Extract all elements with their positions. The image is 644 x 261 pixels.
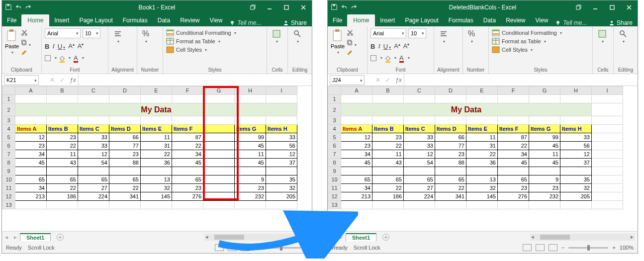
formula-input[interactable] [78,74,312,86]
maximize-button[interactable] [604,0,621,14]
undo-icon[interactable] [341,3,348,12]
grow-font-button[interactable]: A▴ [68,42,75,50]
cell[interactable]: 65 [172,175,203,184]
cell[interactable]: 45 [235,142,266,150]
row-header-4[interactable]: 4 [328,125,341,133]
cell[interactable] [141,95,172,103]
cell[interactable] [203,184,235,192]
font-name-select[interactable]: Arial [370,28,406,38]
page-break-view-icon[interactable] [241,244,250,251]
page-layout-view-icon[interactable] [228,244,237,251]
tab-nav-right-icon[interactable]: ▸ [11,234,20,241]
row-header-2[interactable]: 2 [328,103,341,116]
row-header-5[interactable]: 5 [328,133,341,142]
share-button[interactable]: Share [278,19,312,26]
cell[interactable]: 65 [109,175,141,184]
cell[interactable]: 276 [172,192,203,201]
cell[interactable] [592,125,623,133]
cell[interactable]: 22 [172,142,203,150]
cell[interactable] [341,116,372,125]
cell[interactable] [203,201,235,209]
zoom-in-button[interactable]: + [612,245,615,251]
cell[interactable] [529,201,560,209]
tab-nav-left-icon[interactable]: ◂ [2,234,11,241]
cell[interactable] [78,201,109,209]
cell[interactable] [235,201,266,209]
cell[interactable] [372,95,404,103]
fx-icon[interactable]: ƒx [70,77,76,84]
header-cell[interactable]: Items E [466,125,498,133]
cell[interactable] [372,167,404,175]
cell[interactable]: 99 [529,133,560,142]
new-sheet-button[interactable]: + [57,234,64,241]
zoom-slider[interactable] [568,247,608,249]
cell[interactable]: 32 [266,184,297,192]
cell[interactable] [47,201,78,209]
zoom-out-button[interactable]: − [254,245,257,251]
cell[interactable]: 36 [466,159,498,167]
header-cell[interactable]: Items E [141,125,172,133]
cell[interactable]: 23 [172,184,203,192]
cell[interactable]: 34 [15,184,47,192]
column-header-H[interactable]: H [560,87,592,95]
cell[interactable]: 145 [466,192,498,201]
cell[interactable] [529,116,560,125]
column-header-G[interactable]: G [203,87,235,95]
cell[interactable]: 65 [372,175,404,184]
cell[interactable]: 12 [341,133,372,142]
cell[interactable] [203,167,235,175]
cell[interactable] [466,201,498,209]
cell[interactable]: 77 [109,142,141,150]
ribbon-options-icon[interactable] [570,0,587,14]
cell[interactable] [466,116,498,125]
tab-data[interactable]: Data [478,14,501,26]
minimize-button[interactable] [587,0,604,14]
cell[interactable] [47,167,78,175]
horizontal-scrollbar[interactable]: ◂▸ [204,234,309,241]
cell[interactable]: 22 [498,142,529,150]
row-header-11[interactable]: 11 [328,184,341,192]
cell[interactable]: 232 [529,192,560,201]
cell[interactable]: 45 [341,159,372,167]
row-header-6[interactable]: 6 [328,142,341,150]
cell[interactable]: 23 [435,150,466,159]
tab-file[interactable]: File [328,14,347,26]
cell[interactable] [341,201,372,209]
cell[interactable]: 33 [78,142,109,150]
row-header-5[interactable]: 5 [2,133,15,142]
cell[interactable]: 22 [47,142,78,150]
cell[interactable] [435,201,466,209]
cell[interactable] [592,142,623,150]
cell[interactable]: 186 [372,192,404,201]
header-cell[interactable]: Items D [109,125,141,133]
cell[interactable]: 34 [341,150,372,159]
cell[interactable]: 54 [404,159,435,167]
cell[interactable] [203,192,235,201]
cell[interactable]: 32 [141,184,172,192]
cell[interactable] [341,95,372,103]
title-cell[interactable]: My Data [341,103,592,116]
tab-formulas[interactable]: Formulas [118,14,153,26]
column-header-I[interactable]: I [592,87,623,95]
tab-formulas[interactable]: Formulas [444,14,478,26]
redo-icon[interactable] [25,3,32,12]
cell[interactable]: 56 [266,142,297,150]
font-color-button[interactable]: A [399,54,404,62]
cut-icon[interactable] [347,29,357,37]
format-painter-icon[interactable] [347,49,357,57]
column-header-C[interactable]: C [404,87,435,95]
cell[interactable]: 23 [529,184,560,192]
cell[interactable]: 11 [529,150,560,159]
cell[interactable] [498,167,529,175]
cut-icon[interactable] [21,29,31,37]
cell[interactable]: 65 [15,175,47,184]
cell[interactable]: 65 [404,175,435,184]
shrink-font-button[interactable]: A▾ [78,42,84,50]
cell[interactable]: 23 [47,133,78,142]
row-header-8[interactable]: 8 [328,159,341,167]
cell[interactable]: 31 [466,142,498,150]
cell[interactable]: 13 [466,175,498,184]
shrink-font-button[interactable]: A▾ [403,42,410,50]
cell[interactable] [592,192,623,201]
column-header-C[interactable]: C [78,87,109,95]
